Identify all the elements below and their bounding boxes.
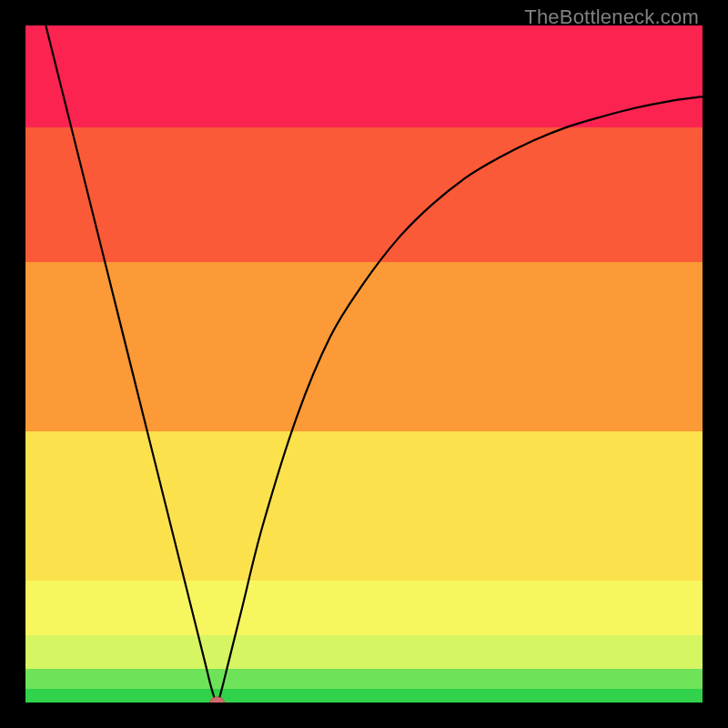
gradient-background — [25, 25, 703, 703]
bottleneck-chart — [25, 25, 703, 703]
chart-frame — [25, 25, 703, 703]
